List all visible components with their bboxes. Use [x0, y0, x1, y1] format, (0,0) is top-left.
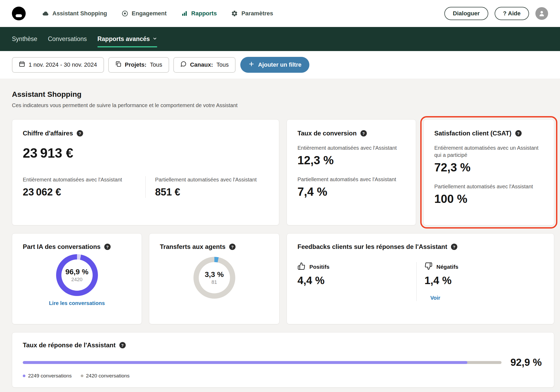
response-rate-fill: [23, 361, 467, 364]
dialoguer-button[interactable]: Dialoguer: [444, 7, 488, 20]
brand-logo[interactable]: [12, 7, 26, 20]
legend-dot: [81, 375, 83, 377]
ai-share-donut-chart: 96,9 % 2420: [56, 254, 98, 296]
nav-rapports[interactable]: Rapports: [181, 10, 217, 17]
conversion-full-label: Entièrement automatisées avec l'Assistan…: [297, 144, 405, 152]
legend-label: 2249 conversations: [28, 373, 72, 379]
projects-label: Projets:: [125, 61, 147, 68]
help-icon[interactable]: [515, 130, 522, 136]
revenue-card: Chiffre d'affaires 23 913 € Entièrement …: [12, 119, 279, 225]
chat-bubble-icon: [180, 61, 187, 69]
date-range-filter[interactable]: 1 nov. 2024 - 30 nov. 2024: [12, 57, 104, 73]
projects-filter[interactable]: Projets: Tous: [108, 57, 169, 73]
ai-share-card: Part IA des conversations 96,9 % 2420 Li…: [12, 233, 142, 324]
subnav-synthese[interactable]: Synthèse: [12, 27, 37, 51]
response-rate-value: 92,9 %: [511, 357, 542, 368]
thumbs-down-icon: [424, 262, 432, 271]
negative-feedback-block: Négatifs 1,4 % Voir: [417, 262, 543, 301]
channels-value: Tous: [216, 61, 229, 68]
help-icon[interactable]: [119, 342, 126, 348]
page-title: Assistant Shopping: [12, 90, 554, 99]
calendar-icon: [19, 61, 25, 69]
feedback-card-title: Feedbacks clients sur les réponses de l'…: [297, 243, 447, 250]
conversion-card: Taux de conversion Entièrement automatis…: [287, 119, 416, 225]
topnav-items: Assistant Shopping Engagement Rapports P…: [42, 10, 273, 17]
csat-partial-value: 100 %: [434, 192, 543, 206]
legend-label: 2420 conversations: [86, 373, 130, 379]
subnav-conversations[interactable]: Conversations: [48, 27, 87, 51]
add-filter-label: Ajouter un filtre: [258, 61, 301, 68]
csat-partial-label: Partiellement automatisés avec l'Assista…: [434, 183, 543, 190]
kpi-row-1: Chiffre d'affaires 23 913 € Entièrement …: [12, 119, 554, 225]
date-range-value: 1 nov. 2024 - 30 nov. 2024: [29, 61, 97, 68]
add-filter-button[interactable]: Ajouter un filtre: [240, 57, 309, 73]
response-rate-card: Taux de réponse de l'Assistant 92,9 % 22…: [12, 332, 554, 388]
csat-card-title: Satisfaction client (CSAT): [434, 130, 512, 137]
legend-item: 2249 conversations: [23, 373, 72, 379]
nav-parametres[interactable]: Paramètres: [231, 10, 273, 17]
gear-icon: [231, 10, 238, 17]
nav-label: Assistant Shopping: [52, 10, 107, 17]
subnav-label: Conversations: [48, 35, 87, 43]
topnav-right: Dialoguer ? Aide: [444, 7, 548, 20]
assistant-icon: [42, 10, 49, 17]
transfers-card: Transferts aux agents 3,3 % 81: [149, 233, 279, 324]
help-icon[interactable]: [360, 130, 367, 136]
response-rate-title: Taux de réponse de l'Assistant: [23, 341, 116, 349]
ai-share-card-title: Part IA des conversations: [23, 243, 101, 250]
positive-value: 4,4 %: [297, 275, 416, 286]
negative-value: 1,4 %: [424, 275, 543, 286]
conversion-partial-label: Partiellement automatisés avec l'Assista…: [297, 176, 405, 183]
csat-card: Satisfaction client (CSAT) Entièrement a…: [423, 119, 554, 225]
aide-button[interactable]: ? Aide: [495, 7, 529, 20]
revenue-total: 23 913 €: [23, 145, 268, 161]
revenue-partial-label: Partiellement automatisées avec l'Assist…: [155, 176, 268, 183]
nav-label: Rapports: [191, 10, 217, 17]
legend-dot: [23, 375, 25, 377]
bar-chart-icon: [181, 10, 188, 17]
help-icon[interactable]: [104, 244, 111, 250]
transfers-count: 81: [211, 279, 217, 285]
divider: [145, 176, 146, 198]
target-icon: [121, 10, 128, 17]
channels-filter[interactable]: Canaux: Tous: [173, 57, 236, 73]
csat-full-value: 72,3 %: [434, 161, 543, 174]
revenue-full-label: Entièrement automatisées avec l'Assistan…: [23, 176, 136, 183]
avatar[interactable]: [535, 7, 548, 20]
read-conversations-link[interactable]: Lire les conversations: [49, 300, 105, 306]
transfers-percent: 3,3 %: [205, 270, 224, 279]
help-icon[interactable]: [451, 244, 457, 250]
chevron-down-icon: [152, 35, 157, 43]
feedback-card: Feedbacks clients sur les réponses de l'…: [287, 233, 554, 324]
response-rate-track: [23, 361, 502, 364]
thumbs-up-icon: [297, 262, 305, 271]
voir-link[interactable]: Voir: [430, 295, 440, 301]
transfers-donut-chart: 3,3 % 81: [193, 257, 235, 299]
legend-item: 2420 conversations: [81, 373, 130, 379]
projects-icon: [115, 61, 121, 69]
kpi-row-2: Part IA des conversations 96,9 % 2420 Li…: [12, 233, 554, 324]
conversion-card-title: Taux de conversion: [297, 130, 357, 137]
subnav-label: Rapports avancés: [97, 35, 150, 43]
nav-assistant-shopping[interactable]: Assistant Shopping: [42, 10, 107, 17]
page-subtitle: Ces indicateurs vous permettent de suivr…: [12, 102, 554, 109]
person-icon: [538, 10, 545, 17]
transfers-card-title: Transferts aux agents: [160, 243, 225, 250]
help-icon[interactable]: [229, 244, 236, 250]
csat-full-label: Entièrement automatisées avec un Assista…: [434, 144, 543, 159]
positive-label: Positifs: [309, 264, 329, 270]
secondary-navigation: Synthèse Conversations Rapports avancés: [0, 27, 560, 51]
help-icon[interactable]: [77, 130, 83, 136]
negative-label: Négatifs: [436, 264, 458, 270]
subnav-rapports-avances[interactable]: Rapports avancés: [97, 27, 157, 51]
app: Assistant Shopping Engagement Rapports P…: [0, 0, 560, 392]
revenue-card-title: Chiffre d'affaires: [23, 130, 73, 137]
subnav-label: Synthèse: [12, 35, 37, 43]
ai-share-count: 2420: [71, 277, 82, 282]
nav-engagement[interactable]: Engagement: [121, 10, 167, 17]
brand-logo-icon: [12, 7, 26, 20]
revenue-partial-value: 851 €: [155, 186, 268, 198]
positive-feedback-block: Positifs 4,4 %: [297, 262, 416, 301]
revenue-full-value: 23 062 €: [23, 186, 136, 198]
ai-share-percent: 96,9 %: [65, 268, 88, 276]
